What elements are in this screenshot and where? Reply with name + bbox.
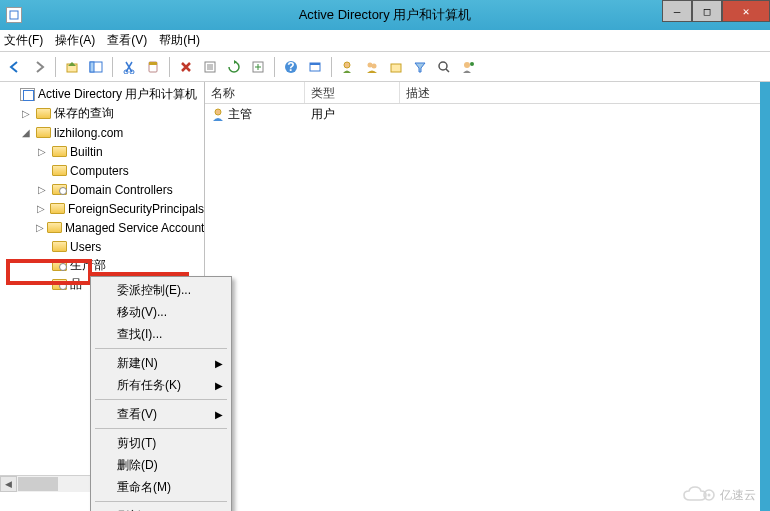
maximize-button[interactable]: □ bbox=[692, 0, 722, 22]
window-title: Active Directory 用户和计算机 bbox=[0, 6, 770, 24]
cm-delete[interactable]: 删除(D) bbox=[93, 454, 229, 476]
show-hide-tree-button[interactable] bbox=[85, 56, 107, 78]
cm-label: 新建(N) bbox=[117, 355, 158, 372]
cut-button[interactable] bbox=[118, 56, 140, 78]
expander-icon[interactable]: ▷ bbox=[36, 222, 44, 233]
tree-label: 保存的查询 bbox=[54, 105, 114, 122]
cm-separator bbox=[95, 501, 227, 502]
tree-label: lizhilong.com bbox=[54, 126, 123, 140]
add-to-group-button[interactable] bbox=[457, 56, 479, 78]
list-row[interactable]: 主管 用户 bbox=[205, 104, 770, 124]
tree-ou-selected[interactable]: 生产部 bbox=[0, 256, 204, 275]
watermark-text: 亿速云 bbox=[720, 487, 756, 504]
column-name[interactable]: 名称 bbox=[205, 82, 305, 103]
cm-label: 查找(I)... bbox=[117, 326, 162, 343]
settings-button[interactable] bbox=[304, 56, 326, 78]
cm-refresh[interactable]: 刷新(F) bbox=[93, 505, 229, 511]
minimize-button[interactable]: — bbox=[662, 0, 692, 22]
add-user-button[interactable] bbox=[337, 56, 359, 78]
submenu-arrow-icon: ▶ bbox=[215, 358, 223, 369]
tree-foreign-security[interactable]: ▷ ForeignSecurityPrincipals bbox=[0, 199, 204, 218]
folder-icon bbox=[35, 107, 51, 121]
forward-button[interactable] bbox=[28, 56, 50, 78]
svg-point-25 bbox=[215, 109, 221, 115]
tree-users[interactable]: Users bbox=[0, 237, 204, 256]
find-button[interactable] bbox=[433, 56, 455, 78]
refresh-button[interactable] bbox=[223, 56, 245, 78]
menu-file[interactable]: 文件(F) bbox=[4, 32, 43, 49]
tree-computers[interactable]: Computers bbox=[0, 161, 204, 180]
watermark: 亿速云 bbox=[682, 485, 756, 505]
submenu-arrow-icon: ▶ bbox=[215, 380, 223, 391]
toolbar-separator bbox=[55, 57, 56, 77]
submenu-arrow-icon: ▶ bbox=[215, 409, 223, 420]
cm-label: 移动(V)... bbox=[117, 304, 167, 321]
close-button[interactable]: ✕ bbox=[722, 0, 770, 22]
cm-label: 刷新(F) bbox=[117, 508, 156, 512]
tree-label: ForeignSecurityPrincipals bbox=[68, 202, 204, 216]
up-button[interactable] bbox=[61, 56, 83, 78]
cm-view[interactable]: 查看(V)▶ bbox=[93, 403, 229, 425]
toolbar: ? bbox=[0, 52, 770, 82]
add-group-button[interactable] bbox=[361, 56, 383, 78]
console-root-icon bbox=[19, 88, 35, 102]
tree-label: Domain Controllers bbox=[70, 183, 173, 197]
tree-saved-queries[interactable]: ▷ 保存的查询 bbox=[0, 104, 204, 123]
copy-button[interactable] bbox=[142, 56, 164, 78]
list-pane: 名称 类型 描述 主管 用户 bbox=[205, 82, 770, 492]
tree-managed-service[interactable]: ▷ Managed Service Accounts bbox=[0, 218, 204, 237]
tree[interactable]: Active Directory 用户和计算机 ▷ 保存的查询 ◢ lizhil… bbox=[0, 82, 204, 297]
scroll-left-icon[interactable]: ◀ bbox=[0, 476, 17, 492]
properties-button[interactable] bbox=[199, 56, 221, 78]
svg-rect-16 bbox=[310, 63, 320, 65]
export-button[interactable] bbox=[247, 56, 269, 78]
ou-icon bbox=[51, 259, 67, 273]
tree-label: 品 bbox=[70, 276, 82, 293]
folder-icon bbox=[51, 145, 67, 159]
cm-separator bbox=[95, 428, 227, 429]
cm-cut[interactable]: 剪切(T) bbox=[93, 432, 229, 454]
expander-icon[interactable]: ▷ bbox=[20, 108, 32, 119]
cm-all-tasks[interactable]: 所有任务(K)▶ bbox=[93, 374, 229, 396]
menubar: 文件(F) 操作(A) 查看(V) 帮助(H) bbox=[0, 30, 770, 52]
expander-icon[interactable]: ◢ bbox=[20, 127, 32, 138]
tree-builtin[interactable]: ▷ Builtin bbox=[0, 142, 204, 161]
user-icon bbox=[211, 107, 225, 121]
menu-view[interactable]: 查看(V) bbox=[107, 32, 147, 49]
svg-point-19 bbox=[372, 63, 377, 68]
cm-move[interactable]: 移动(V)... bbox=[93, 301, 229, 323]
tree-root[interactable]: Active Directory 用户和计算机 bbox=[0, 85, 204, 104]
tree-label: Builtin bbox=[70, 145, 103, 159]
folder-icon bbox=[47, 221, 62, 235]
tree-domain-controllers[interactable]: ▷ Domain Controllers bbox=[0, 180, 204, 199]
svg-line-22 bbox=[446, 69, 449, 72]
filter-button[interactable] bbox=[409, 56, 431, 78]
cm-delegate[interactable]: 委派控制(E)... bbox=[93, 279, 229, 301]
svg-point-23 bbox=[464, 62, 470, 68]
menu-action[interactable]: 操作(A) bbox=[55, 32, 95, 49]
tree-label: 生产部 bbox=[70, 257, 106, 274]
svg-rect-7 bbox=[149, 62, 157, 65]
tree-domain[interactable]: ◢ lizhilong.com bbox=[0, 123, 204, 142]
add-ou-button[interactable] bbox=[385, 56, 407, 78]
help-button[interactable]: ? bbox=[280, 56, 302, 78]
cm-find[interactable]: 查找(I)... bbox=[93, 323, 229, 345]
delete-button[interactable] bbox=[175, 56, 197, 78]
expander-icon[interactable]: ▷ bbox=[36, 184, 48, 195]
expander-icon[interactable]: ▷ bbox=[36, 203, 47, 214]
expander-icon[interactable]: ▷ bbox=[36, 146, 48, 157]
column-type[interactable]: 类型 bbox=[305, 82, 400, 103]
toolbar-separator bbox=[274, 57, 275, 77]
cm-label: 删除(D) bbox=[117, 457, 158, 474]
scroll-thumb[interactable] bbox=[18, 477, 58, 491]
menu-help[interactable]: 帮助(H) bbox=[159, 32, 200, 49]
cm-new[interactable]: 新建(N)▶ bbox=[93, 352, 229, 374]
back-button[interactable] bbox=[4, 56, 26, 78]
list-header: 名称 类型 描述 bbox=[205, 82, 770, 104]
cell-name: 主管 bbox=[205, 106, 305, 123]
tree-label: Managed Service Accounts bbox=[65, 221, 205, 235]
cm-separator bbox=[95, 348, 227, 349]
toolbar-separator bbox=[112, 57, 113, 77]
cm-rename[interactable]: 重命名(M) bbox=[93, 476, 229, 498]
column-desc[interactable]: 描述 bbox=[400, 82, 770, 103]
